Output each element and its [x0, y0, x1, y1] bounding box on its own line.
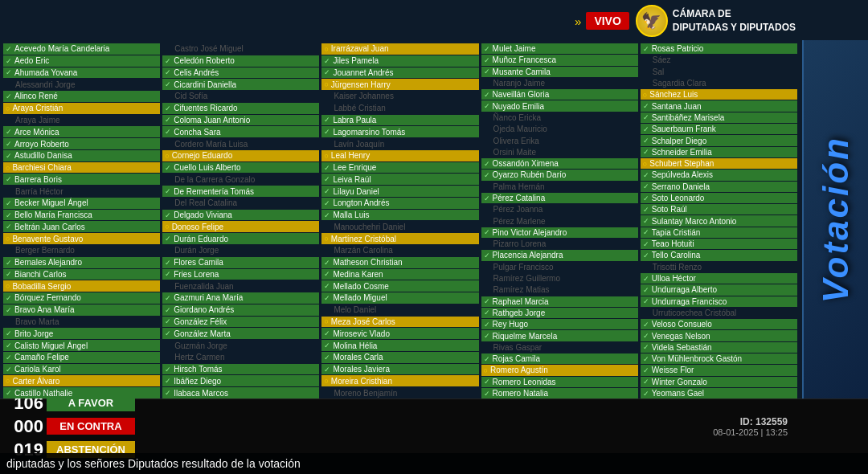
abstain-icon: ○	[6, 235, 10, 243]
checkmark-icon: ✓	[165, 306, 171, 314]
list-item: ✓Romero Natalia	[481, 388, 638, 398]
deputy-name: Romero Agustín	[490, 366, 548, 374]
checkmark-icon: ✓	[484, 321, 490, 329]
list-item: ✓Rey Hugo	[481, 319, 638, 329]
list-item: ✓Videla Sebastián	[641, 342, 797, 353]
deputy-name: Lilayu Daniel	[333, 187, 379, 196]
checkmark-icon: ✓	[6, 389, 12, 397]
result-contra-row: 000 EN CONTRA	[3, 416, 705, 437]
deputy-name: Alinco René	[14, 92, 58, 100]
abstain-icon: ○	[324, 80, 328, 88]
list-item: Pérez Joanna	[481, 204, 638, 215]
deputy-name: Teao Hotuiti	[652, 239, 694, 248]
checkmark-icon: ✓	[643, 366, 649, 374]
deputy-name: Santibáñez Marisela	[652, 113, 725, 122]
list-item: ✓Bravo Ana María	[3, 304, 160, 316]
list-item: ✓Morales Javiera	[321, 364, 478, 375]
deputy-name: Palma Hernán	[493, 182, 545, 191]
list-item: ✓González Félix	[162, 317, 319, 328]
deputy-name: Bravo Marta	[15, 317, 59, 326]
deputy-name: Moreno Benjamín	[334, 389, 397, 398]
vivo-badge: VIVO	[586, 12, 628, 30]
list-item: ✓Celis Andrés	[162, 67, 319, 79]
checkmark-icon: ✓	[6, 128, 12, 136]
deputy-name: Labra Paula	[333, 116, 376, 125]
deputy-name: Mirosevic Vlado	[333, 329, 390, 338]
list-item: ✓Brito Jorge	[3, 328, 160, 339]
list-item: ✓Ulloa Héctor	[641, 273, 797, 284]
list-item: ✓Astudillo Danisa	[3, 150, 160, 161]
checkmark-icon: ✓	[643, 286, 649, 294]
deputy-name: Labbé Cristian	[334, 104, 385, 112]
deputy-name: Flores Camila	[174, 258, 223, 267]
bottom-text: diputadas y los señores Diputados result…	[6, 457, 301, 470]
deputy-name: Jürgensen Harry	[331, 80, 391, 89]
deputy-name: Undurraga Alberto	[652, 285, 717, 294]
deputy-name: Cariola Karol	[14, 365, 61, 374]
list-item: ○Moreira Cristhian	[321, 375, 478, 386]
list-item: Moreno Benjamín	[321, 387, 478, 398]
list-item: ✓Veloso Consuelo	[641, 319, 797, 329]
list-item: ✓Bernales Alejandro	[3, 257, 160, 268]
list-item: ✓Mellado Miguel	[321, 292, 478, 304]
checkmark-icon: ✓	[643, 240, 649, 248]
list-item: ✓Nuyado Emilia	[481, 100, 638, 111]
checkmark-icon: ✓	[643, 113, 649, 121]
deputy-name: Pérez Marlene	[493, 217, 546, 226]
checkmark-icon: ✓	[324, 116, 330, 124]
list-item: ✓González Marta	[162, 328, 319, 339]
checkmark-icon: ✓	[165, 377, 171, 385]
list-item: ✓Lagomarsino Tomás	[321, 126, 478, 137]
checkmark-icon: ✓	[484, 171, 490, 179]
list-item: ✓Mellado Cosme	[321, 280, 478, 292]
deputy-name: Durán Eduardo	[174, 235, 228, 243]
list-item: Marzán Carolina	[321, 245, 478, 256]
checkmark-icon: ✓	[643, 355, 649, 363]
deputy-name: Melo Daniel	[334, 305, 376, 314]
deputy-name: Santana Juan	[652, 102, 702, 111]
deputy-name: Rosas Patricio	[652, 44, 703, 53]
checkmark-icon: ✓	[643, 275, 649, 283]
abstain-icon: ○	[324, 235, 328, 243]
column-2: Castro José Miguel✓Celedón Roberto✓Celis…	[162, 43, 319, 398]
checkmark-icon: ✓	[6, 366, 12, 374]
main-container: » VIVO 🦅 CÁMARA DE DIPUTADAS Y DIPUTADOS…	[0, 0, 868, 474]
list-item: ✓Longton Andrés	[321, 198, 478, 209]
deputy-name: Hertz Carmen	[174, 353, 224, 362]
list-item: ✓Schneider Emilia	[641, 147, 797, 157]
deputy-name: Sulantay Marco Antonio	[652, 217, 737, 226]
deputy-name: Soto Raúl	[652, 205, 687, 214]
checkmark-icon: ✓	[643, 102, 649, 110]
checkmark-icon: ✓	[165, 294, 171, 302]
deputy-name: Hirsch Tomás	[174, 365, 222, 374]
list-item: ✓Weisse Flor	[641, 365, 797, 375]
deputy-name: Schubert Stephan	[649, 159, 714, 168]
deputy-name: Ulloa Héctor	[652, 274, 696, 283]
deputy-name: Alessandri Jorge	[15, 80, 75, 89]
list-item: ✓Winter Gonzalo	[641, 377, 797, 387]
deputy-name: González Félix	[174, 317, 227, 326]
checkmark-icon: ✓	[6, 45, 12, 53]
list-item: ✓Jouannet Andrés	[321, 67, 478, 79]
abstain-icon: ○	[324, 317, 328, 325]
deputy-name: Acevedo María Candelaria	[14, 44, 109, 53]
deputy-name: Bravo Ana María	[14, 305, 74, 314]
list-item: De la Carrera Gonzalo	[162, 174, 319, 185]
checkmark-icon: ✓	[6, 294, 12, 302]
deputy-name: Irarrázaval Juan	[331, 44, 389, 53]
results-section: 106 A FAVOR 000 EN CONTRA 019 ABSTENCIÓN	[3, 393, 705, 460]
checkmark-icon: ✓	[6, 57, 12, 65]
abstain-icon: ○	[6, 164, 10, 172]
list-item: ✓Jiles Pamela	[321, 55, 478, 67]
deputy-name: Naveillán Gloria	[493, 90, 550, 99]
deputy-name: Durán Jorge	[174, 246, 219, 255]
checkmark-icon: ✓	[484, 56, 490, 64]
checkmark-icon: ✓	[484, 102, 490, 110]
deputy-name: Medina Karen	[333, 270, 383, 279]
checkmark-icon: ✓	[6, 341, 12, 349]
list-item: ✓Coloma Juan Antonio	[162, 115, 319, 126]
deputy-name: Venegas Nelson	[652, 332, 710, 341]
checkmark-icon: ✓	[643, 171, 649, 179]
deputy-name: Benavente Gustavo	[12, 235, 83, 243]
checkmark-icon: ✓	[643, 321, 649, 329]
